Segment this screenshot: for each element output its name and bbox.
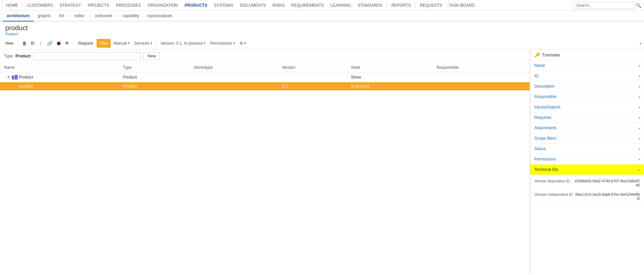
- section-permissions[interactable]: Permissions ◂: [530, 154, 644, 165]
- page-title-sub[interactable]: Product: [5, 32, 639, 36]
- section-attachments[interactable]: Attachments ◂: [530, 123, 644, 133]
- version-dependent-label: Version dependent ID: [534, 179, 575, 183]
- permissions-dropdown[interactable]: Permissions ▾: [208, 39, 236, 48]
- section-technicalids-label: Technical IDs: [534, 167, 558, 172]
- col-state: State: [347, 63, 432, 72]
- table-row[interactable]: product Product 0.1 In process: [0, 82, 530, 91]
- nav-learning[interactable]: LEARNING: [327, 0, 354, 11]
- table-row[interactable]: ▼ ▮ Product Product Show: [0, 72, 530, 82]
- section-id-arrow: ◂: [638, 74, 640, 78]
- translate-label: Translate: [542, 52, 560, 57]
- row1-stereotype: [190, 72, 278, 82]
- tree-button[interactable]: ⋮: [37, 39, 45, 48]
- subnav-editor[interactable]: editor: [70, 11, 89, 21]
- subnav-orphaned[interactable]: orphaned: [91, 11, 116, 21]
- top-nav: HOME | CUSTOMERS STRATEGY PROJECTS PROCE…: [0, 0, 644, 11]
- version-independent-row: Version independent ID 38ac1314-3a19-4ab…: [534, 191, 640, 202]
- request-button[interactable]: Request: [75, 39, 96, 48]
- section-responsible[interactable]: Responsible ◂: [530, 92, 644, 102]
- col-name: Name: [0, 63, 119, 72]
- nav-customers[interactable]: CUSTOMERS: [24, 0, 56, 11]
- nav-requirements[interactable]: REQUIREMENTS: [288, 0, 327, 11]
- expand-panel-button[interactable]: ›: [640, 40, 641, 46]
- section-technicalids[interactable]: Technical IDs ◂: [530, 165, 644, 175]
- copy-button[interactable]: ⧉: [29, 39, 36, 48]
- section-inputsoutputs[interactable]: Inputs/Outputs ◂: [530, 102, 644, 112]
- permissions-arrow: ▾: [233, 41, 235, 45]
- filter-input[interactable]: [33, 52, 141, 60]
- section-attachments-arrow: ◂: [638, 126, 640, 130]
- search-button[interactable]: 🔍: [636, 3, 641, 8]
- nav-organization[interactable]: ORGANIZATION: [144, 0, 181, 11]
- section-description[interactable]: Description ◂: [530, 81, 644, 92]
- section-inputsoutputs-label: Inputs/Outputs: [534, 105, 560, 109]
- nav-systems[interactable]: SYSTEMS: [211, 0, 236, 11]
- manual-dropdown[interactable]: Manual ▾: [111, 39, 131, 48]
- services-dropdown[interactable]: Services ▾: [132, 39, 154, 48]
- version-dependent-row: Version dependent ID e536bb03-09d2-4740-…: [534, 178, 640, 188]
- subnav-graphic[interactable]: graphic: [34, 11, 55, 21]
- subnav-list[interactable]: list: [55, 11, 68, 21]
- section-inputsoutputs-arrow: ◂: [638, 105, 640, 109]
- gear-dropdown[interactable]: ⚙ ▾: [237, 39, 248, 48]
- nav-risks[interactable]: RISKS: [269, 0, 288, 11]
- section-id[interactable]: ID ◂: [530, 71, 644, 81]
- col-stereotype: Stereotype: [190, 63, 278, 72]
- section-permissions-arrow: ◂: [638, 157, 640, 161]
- link-button[interactable]: 🔗: [45, 39, 54, 48]
- section-scopefilters-label: Scope filters: [534, 136, 556, 141]
- filter-button[interactable]: Filter: [97, 39, 111, 48]
- nav-documents[interactable]: DOCUMENTS: [236, 0, 269, 11]
- filter-new-button[interactable]: New: [143, 52, 160, 60]
- permissions-label: Permissions: [210, 41, 232, 46]
- main-layout: Type Product New Name Type Stereotype Ve…: [0, 49, 644, 273]
- expand-icon[interactable]: ▼: [7, 75, 10, 79]
- nav-strategy[interactable]: STRATEGY: [56, 0, 85, 11]
- eye-button[interactable]: 👁: [63, 39, 71, 48]
- section-name[interactable]: Name ◂: [530, 60, 644, 71]
- subnav-sep1: |: [68, 13, 70, 18]
- section-description-label: Description: [534, 84, 554, 89]
- section-status-arrow: ◂: [638, 147, 640, 151]
- services-label: Services: [134, 41, 150, 46]
- nav-standards[interactable]: STANDARDS: [355, 0, 386, 11]
- section-technicalids-arrow: ◂: [638, 168, 640, 172]
- row1-type: Product: [119, 72, 190, 82]
- section-requests[interactable]: Requests ◂: [530, 112, 644, 123]
- type-label: Type: [4, 54, 13, 58]
- technical-ids-content: Version dependent ID e536bb03-09d2-4740-…: [530, 175, 644, 205]
- page-title-main: product: [5, 24, 639, 32]
- subnav-capability[interactable]: capability: [118, 11, 143, 21]
- version-independent-value: 38ac1314-3a19-4ab8-87bc-fee5294d95f2: [575, 192, 640, 200]
- subnav-architecture[interactable]: architecture: [3, 11, 34, 21]
- new-button[interactable]: New: [3, 39, 16, 48]
- nav-home[interactable]: HOME: [3, 0, 21, 11]
- section-name-label: Name: [534, 63, 545, 68]
- section-scopefilters[interactable]: Scope filters ◂: [530, 133, 644, 144]
- diagram-button[interactable]: ⬣: [55, 39, 62, 48]
- data-table: Name Type Stereotype Version State Respo…: [0, 63, 530, 91]
- right-panel: 🔑 Translate Name ◂ ID ◂ Description ◂ Re…: [530, 49, 644, 273]
- search-input[interactable]: [574, 2, 634, 9]
- page-title-area: product Product: [0, 21, 644, 37]
- nav-taskboard[interactable]: TASK-BOARD: [445, 0, 478, 11]
- subnav-inputsoutputs[interactable]: inputs/outputs: [143, 11, 176, 21]
- nav-processes[interactable]: PROCESSES: [112, 0, 144, 11]
- col-type: Type: [119, 63, 190, 72]
- product-small-icon: [15, 84, 18, 89]
- nav-sep1: |: [21, 3, 24, 8]
- product-icon: [14, 75, 18, 80]
- version-dropdown[interactable]: Version: 0.1, In process ▾: [159, 39, 207, 48]
- section-status[interactable]: Status ◂: [530, 144, 644, 154]
- section-name-arrow: ◂: [638, 64, 640, 67]
- gear-icon: ⚙: [239, 41, 243, 46]
- section-attachments-label: Attachments: [534, 126, 557, 130]
- nav-products[interactable]: PRODUCTS: [181, 0, 211, 11]
- row2-state: In process: [347, 82, 432, 91]
- nav-projects[interactable]: PROJECTS: [84, 0, 112, 11]
- toolbar-sep1: [18, 40, 18, 47]
- toolbar-sep2: [73, 40, 73, 47]
- nav-requests[interactable]: REQUESTS: [417, 0, 445, 11]
- nav-reports[interactable]: REPORTS: [388, 0, 414, 11]
- trash-button[interactable]: 🗑: [20, 39, 29, 48]
